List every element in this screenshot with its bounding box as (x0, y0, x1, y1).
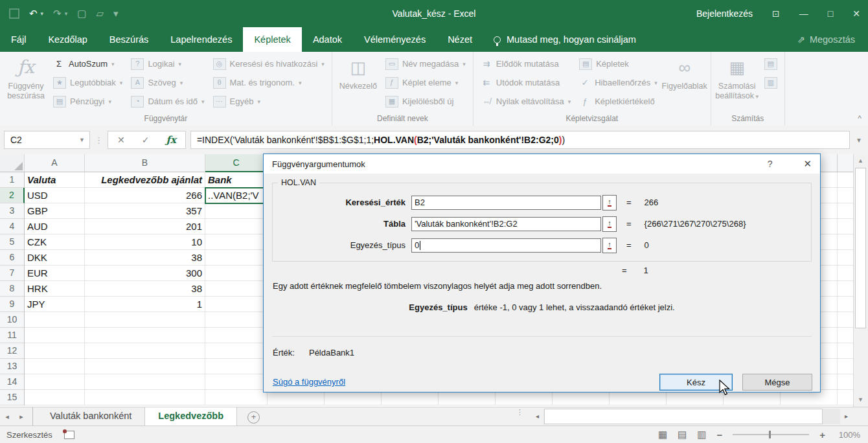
macro-record-icon[interactable] (64, 431, 74, 439)
egyeb-button[interactable]: ⋯Egyéb▾ (210, 92, 328, 111)
cell-a4[interactable]: AUD (25, 219, 85, 234)
row-header-7[interactable]: 7 (0, 266, 25, 281)
cell-a2[interactable]: USD (25, 188, 85, 203)
sign-in-button[interactable]: Bejelentkezés (696, 8, 753, 19)
mat-es-trigonom-button[interactable]: θMat. és trigonom.▾ (210, 73, 328, 92)
scroll-left-icon[interactable]: ◂ (531, 409, 543, 424)
row-header-6[interactable]: 6 (0, 250, 25, 266)
big-button-figyeloablak[interactable]: ∞Figyelőablak (663, 54, 707, 114)
cancel-entry-icon[interactable]: ✕ (117, 135, 125, 145)
normal-view-icon[interactable]: ▦ (658, 429, 667, 440)
row-header-9[interactable]: 9 (0, 297, 25, 312)
tab-kepletek[interactable]: Képletek (243, 27, 301, 52)
tell-me-box[interactable]: Mutasd meg, hogyan csináljam (494, 27, 636, 52)
cell-a1[interactable]: Valuta (25, 172, 85, 188)
cell-b4[interactable]: 201 (85, 219, 205, 234)
maximize-icon[interactable]: □ (828, 8, 833, 19)
row-header-15[interactable]: 15 (0, 390, 25, 405)
cell-b15[interactable] (85, 390, 205, 405)
function-help-link[interactable]: Súgó a függvényről (273, 377, 345, 387)
cell-b8[interactable]: 38 (85, 281, 205, 297)
elodok-mutatasa-button[interactable]: ⇉Elődök mutatása (477, 54, 574, 73)
scroll-up-icon[interactable]: ▲ (855, 155, 866, 166)
cell-c11[interactable] (205, 328, 268, 343)
tab-scroll-splitter[interactable]: ⋮ (516, 410, 521, 415)
row-header-10[interactable]: 10 (0, 312, 25, 328)
penzugyi-button[interactable]: ▤Pénzügyi▾ (50, 92, 126, 111)
tab-adatok[interactable]: Adatok (302, 27, 353, 52)
cell-a14[interactable] (25, 374, 85, 390)
keplet-eleme-button[interactable]: ƒKéplet eleme▾ (382, 73, 469, 92)
cell-a15[interactable] (25, 390, 85, 405)
cell-a7[interactable]: EUR (25, 266, 85, 281)
row-header-13[interactable]: 13 (0, 359, 25, 374)
cell-b3[interactable]: 357 (85, 203, 205, 219)
row-header-1[interactable]: 1 (0, 172, 25, 188)
arg-input-tabla[interactable]: 'Valuták bankonként'!B2:G2 (411, 217, 601, 231)
new-sheet-icon[interactable]: + (247, 411, 260, 424)
minimize-icon[interactable]: — (799, 8, 808, 19)
formula-input[interactable]: =INDEX('Valuták bankonként'!$B$1:$G$1;1;… (190, 131, 850, 149)
cell-b2[interactable]: 266 (85, 188, 205, 203)
cell-c15[interactable] (205, 390, 268, 405)
collapse-dialog-button[interactable]: ↑ (602, 238, 617, 253)
cell-a6[interactable]: DKK (25, 250, 85, 266)
row-header-4[interactable]: 4 (0, 219, 25, 234)
zoom-in-icon[interactable]: + (819, 429, 825, 440)
cell-c2[interactable]: ..VAN(B2;'V (205, 188, 268, 203)
tab-nezet[interactable]: Nézet (437, 27, 483, 52)
cell-b7[interactable]: 300 (85, 266, 205, 281)
expand-formula-bar-icon[interactable]: ▼ (850, 137, 868, 144)
cell-c6[interactable] (205, 250, 268, 266)
nyilak-eltavolitasa-button[interactable]: ⇎Nyilak eltávolítása▾ (477, 92, 574, 111)
arg-input-egyezes-tipus[interactable]: 0 (411, 238, 601, 253)
cell-a12[interactable] (25, 343, 85, 359)
column-header-c[interactable]: C (205, 154, 268, 172)
cell-c3[interactable] (205, 203, 268, 219)
cell-b10[interactable] (85, 312, 205, 328)
dialog-help-icon[interactable]: ? (768, 159, 773, 169)
kepletek-button[interactable]: ▤Képletek (576, 54, 661, 73)
zoom-slider[interactable] (733, 434, 809, 435)
kijelolesbol-uj-button[interactable]: ▦Kijelölésből új (382, 92, 469, 111)
tab-velemenyezes[interactable]: Véleményezés (353, 27, 437, 52)
tab-fajl[interactable]: Fájl (0, 27, 37, 52)
cell-a3[interactable]: GBP (25, 203, 85, 219)
select-all-corner[interactable] (0, 154, 25, 172)
legutobbiak-button[interactable]: ★Legutóbbiak▾ (50, 73, 126, 92)
dialog-close-icon[interactable]: ✕ (803, 158, 812, 170)
scroll-right-icon[interactable]: ▸ (840, 409, 852, 424)
row-header-11[interactable]: 11 (0, 328, 25, 343)
big-button-nevkezelo[interactable]: ◫Névkezelő (336, 54, 380, 114)
cell-b6[interactable]: 38 (85, 250, 205, 266)
cell-c14[interactable] (205, 374, 268, 390)
column-header-a[interactable]: A (25, 154, 85, 172)
tab-kezdolap[interactable]: Kezdőlap (37, 27, 98, 52)
row-header-3[interactable]: 3 (0, 203, 25, 219)
formula-bar-splitter[interactable]: ⋮ (95, 135, 103, 145)
hibaellenorzes-button[interactable]: ✓Hibaellenőrzés▾ (576, 73, 661, 92)
utodok-mutatasa-button[interactable]: ⇇Utódok mutatása (477, 73, 574, 92)
scroll-down-icon[interactable]: ▼ (855, 394, 866, 405)
cell-a10[interactable] (25, 312, 85, 328)
cell-a5[interactable]: CZK (25, 234, 85, 250)
name-box-dropdown-icon[interactable]: ▼ (79, 137, 89, 143)
cell-b12[interactable] (85, 343, 205, 359)
horizontal-scroll-thumb[interactable] (544, 409, 823, 424)
cell-b5[interactable]: 10 (85, 234, 205, 250)
sheet-tab-valutak-bankonkent[interactable]: Valuták bankonként (37, 407, 145, 427)
cell-c9[interactable] (205, 297, 268, 312)
tab-beszuras[interactable]: Beszúrás (98, 27, 159, 52)
vertical-scrollbar[interactable]: ▲ ▼ (853, 154, 868, 407)
insert-function-fx-icon[interactable]: ƒx (166, 134, 176, 146)
cell-a11[interactable] (25, 328, 85, 343)
kepletkiertekelo-button[interactable]: ƒKépletkiértékelő (576, 92, 661, 111)
horizontal-scrollbar[interactable]: ◂ ▸ (531, 409, 852, 424)
ribbon-display-options-icon[interactable]: ⊡ (772, 8, 780, 19)
cell-a13[interactable] (25, 359, 85, 374)
cell-c13[interactable] (205, 359, 268, 374)
share-button[interactable]: ⇗ Megosztás (797, 27, 855, 52)
vertical-scroll-thumb[interactable] (855, 168, 866, 328)
page-layout-view-icon[interactable]: ▤ (678, 429, 687, 440)
name-box[interactable]: C2 ▼ (4, 131, 90, 149)
